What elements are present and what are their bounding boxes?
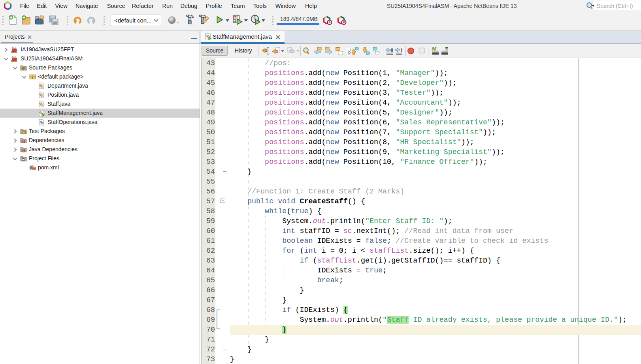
svg-text:a: a (34, 167, 36, 170)
svg-text:3: 3 (234, 19, 236, 23)
